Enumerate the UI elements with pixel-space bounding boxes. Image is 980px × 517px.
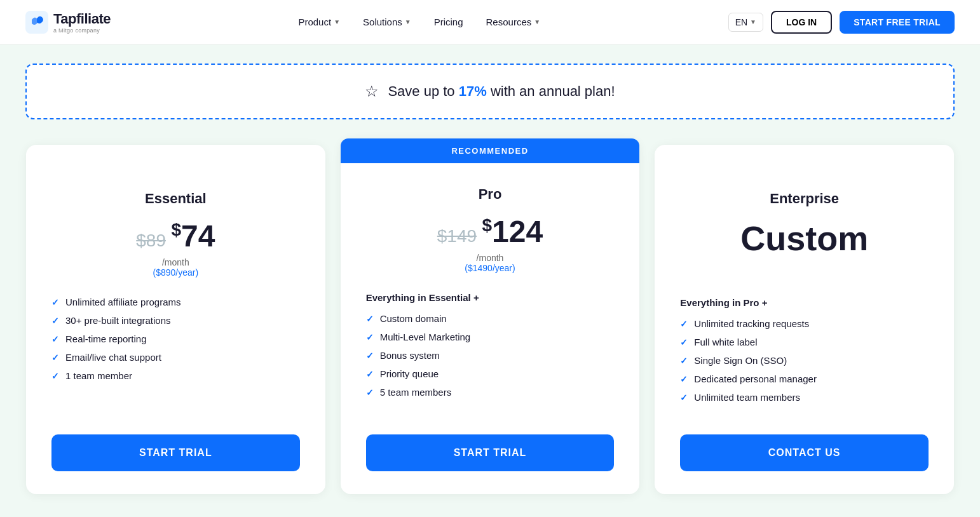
discount-highlight: 17% — [459, 83, 487, 99]
list-item: ✓Dedicated personal manager — [680, 373, 929, 384]
list-item: ✓Multi-Level Marketing — [366, 332, 615, 342]
check-icon: ✓ — [680, 337, 688, 347]
pro-start-trial-button[interactable]: START TRIAL — [366, 434, 615, 471]
check-icon: ✓ — [680, 374, 688, 384]
check-icon: ✓ — [366, 314, 374, 324]
list-item: ✓1 team member — [51, 370, 300, 381]
check-icon: ✓ — [366, 351, 374, 361]
chevron-down-icon: ▼ — [334, 18, 340, 25]
essential-plan-name: Essential — [51, 191, 300, 207]
enterprise-price-block: Custom — [680, 218, 929, 258]
chevron-down-icon: ▼ — [405, 18, 411, 25]
logo[interactable]: Tapfiliate a Mitgo company — [25, 11, 111, 34]
enterprise-card-footer: CONTACT US — [655, 422, 954, 494]
essential-features-list: ✓Unlimited affiliate programs ✓30+ pre-b… — [51, 297, 300, 403]
pro-price-annual: ($1490/year) — [366, 263, 615, 273]
list-item: ✓30+ pre-built integrations — [51, 315, 300, 326]
logo-text: Tapfiliate a Mitgo company — [53, 11, 111, 34]
plan-essential: Essential $89 $74 /month ($890/year) ✓Un… — [26, 145, 325, 494]
pricing-grid: Essential $89 $74 /month ($890/year) ✓Un… — [26, 145, 954, 494]
pro-price-block: $149 $124 — [366, 214, 615, 249]
logo-icon — [25, 11, 48, 34]
list-item: ✓Email/live chat support — [51, 352, 300, 363]
recommended-badge: RECOMMENDED — [341, 138, 640, 163]
enterprise-features-list: ✓Unlimited tracking requests ✓Full white… — [680, 318, 929, 403]
list-item: ✓Real-time reporting — [51, 333, 300, 344]
list-item: ✓Unlimited affiliate programs — [51, 297, 300, 307]
list-item: ✓Custom domain — [366, 313, 615, 324]
navbar: Tapfiliate a Mitgo company Product ▼ Sol… — [0, 0, 980, 44]
list-item: ✓Full white label — [680, 337, 929, 347]
annual-banner: ☆ Save up to 17% with an annual plan! — [25, 64, 955, 119]
pro-features-list: ✓Custom domain ✓Multi-Level Marketing ✓B… — [366, 313, 615, 403]
essential-price-block: $89 $74 — [51, 218, 300, 253]
check-icon: ✓ — [680, 393, 688, 403]
essential-card-footer: START TRIAL — [26, 422, 325, 494]
check-icon: ✓ — [51, 297, 59, 307]
check-icon: ✓ — [51, 334, 59, 344]
check-icon: ✓ — [51, 352, 59, 363]
banner-text: Save up to 17% with an annual plan! — [388, 83, 615, 100]
nav-resources[interactable]: Resources ▼ — [486, 17, 541, 27]
pro-features-header: Everything in Essential + — [366, 292, 615, 303]
check-icon: ✓ — [366, 387, 374, 398]
pro-current-price: $124 — [482, 215, 543, 248]
pro-card-footer: START TRIAL — [341, 422, 640, 494]
list-item: ✓Priority queue — [366, 368, 615, 379]
chevron-down-icon: ▼ — [750, 18, 756, 25]
plan-enterprise: Enterprise Custom Everything in Pro + ✓U… — [655, 145, 954, 494]
navbar-nav: Product ▼ Solutions ▼ Pricing Resources … — [298, 17, 540, 27]
essential-original-price: $89 — [136, 231, 166, 250]
list-item: ✓Unlimited tracking requests — [680, 318, 929, 329]
pro-price-period: /month — [366, 253, 615, 263]
logo-name: Tapfiliate — [53, 11, 111, 27]
essential-price-period: /month — [51, 257, 300, 267]
check-icon: ✓ — [680, 319, 688, 329]
nav-pricing[interactable]: Pricing — [434, 17, 463, 27]
list-item: ✓Single Sign On (SSO) — [680, 355, 929, 366]
nav-solutions[interactable]: Solutions ▼ — [363, 17, 411, 27]
list-item: ✓Bonus system — [366, 350, 615, 361]
check-icon: ✓ — [51, 316, 59, 326]
pro-plan-name: Pro — [366, 186, 615, 203]
enterprise-plan-name: Enterprise — [680, 191, 929, 207]
essential-price-annual: ($890/year) — [51, 267, 300, 278]
check-icon: ✓ — [366, 369, 374, 379]
logo-subtitle: a Mitgo company — [53, 27, 111, 34]
list-item: ✓5 team members — [366, 387, 615, 398]
star-icon: ☆ — [365, 83, 379, 100]
main-content: ☆ Save up to 17% with an annual plan! Es… — [0, 44, 980, 517]
contact-us-button[interactable]: CONTACT US — [680, 434, 929, 471]
enterprise-features-header: Everything in Pro + — [680, 297, 929, 308]
nav-product[interactable]: Product ▼ — [298, 17, 340, 27]
essential-current-price: $74 — [171, 219, 215, 253]
language-selector[interactable]: EN ▼ — [728, 13, 763, 32]
plan-pro: RECOMMENDED Pro $149 $124 /month ($1490/… — [341, 138, 640, 494]
check-icon: ✓ — [680, 356, 688, 366]
check-icon: ✓ — [366, 332, 374, 342]
start-free-trial-button[interactable]: START FREE TRIAL — [840, 11, 955, 34]
chevron-down-icon: ▼ — [534, 18, 540, 25]
navbar-actions: EN ▼ LOG IN START FREE TRIAL — [728, 11, 955, 34]
check-icon: ✓ — [51, 371, 59, 381]
list-item: ✓Unlimited team members — [680, 392, 929, 403]
enterprise-custom-price: Custom — [740, 219, 868, 257]
pro-original-price: $149 — [437, 226, 477, 246]
essential-start-trial-button[interactable]: START TRIAL — [51, 434, 300, 471]
login-button[interactable]: LOG IN — [771, 11, 832, 34]
essential-card-body: Essential $89 $74 /month ($890/year) ✓Un… — [26, 168, 325, 422]
pro-card-body: Pro $149 $124 /month ($1490/year) Everyt… — [341, 163, 640, 422]
enterprise-card-body: Enterprise Custom Everything in Pro + ✓U… — [655, 168, 954, 422]
